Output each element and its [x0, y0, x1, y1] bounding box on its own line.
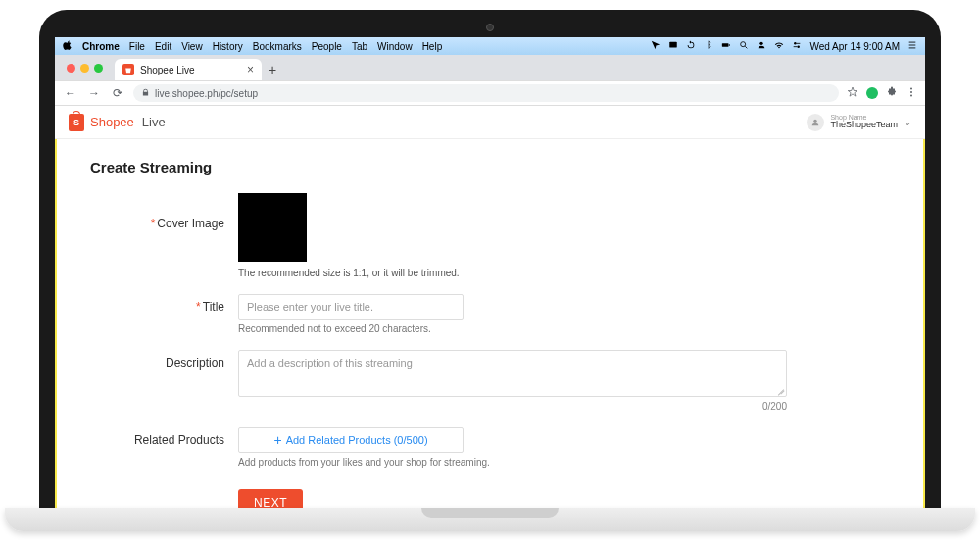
svg-rect-2 — [729, 44, 730, 46]
title-placeholder: Please enter your live title. — [247, 301, 373, 313]
apple-logo-icon[interactable] — [63, 40, 73, 52]
related-hint: Add products from your likes and your sh… — [238, 457, 787, 468]
address-bar[interactable]: live.shopee.ph/pc/setup — [133, 84, 839, 102]
svg-point-8 — [910, 91, 912, 93]
new-tab-button[interactable]: + — [262, 59, 283, 80]
laptop-camera — [486, 24, 494, 31]
menubar-app-name[interactable]: Chrome — [82, 41, 120, 52]
tab-title: Shopee Live — [140, 65, 195, 75]
menubar-item-file[interactable]: File — [129, 41, 145, 52]
screen-icon[interactable] — [668, 40, 678, 52]
title-input[interactable]: Please enter your live title. — [238, 294, 464, 320]
desc-counter: 0/200 — [238, 401, 787, 412]
menubar-clock[interactable]: Wed Apr 14 9:00 AM — [809, 41, 900, 52]
menubar-item-bookmarks[interactable]: Bookmarks — [253, 41, 302, 52]
resize-handle-icon[interactable] — [777, 387, 785, 395]
brand-name: Shopee — [90, 115, 134, 129]
next-button[interactable]: NEXT — [238, 489, 303, 508]
svg-point-10 — [814, 119, 817, 122]
notification-center-icon[interactable] — [907, 40, 917, 52]
chevron-down-icon: ⌄ — [904, 117, 911, 127]
related-label: Related Products — [134, 433, 224, 447]
menubar-item-people[interactable]: People — [312, 41, 342, 52]
desc-placeholder: Add a description of this streaming — [247, 357, 413, 369]
window-minimize-button[interactable] — [80, 64, 89, 73]
svg-point-4 — [760, 42, 763, 45]
shopee-brand[interactable]: Shopee Live — [69, 114, 166, 131]
user-icon[interactable] — [757, 40, 766, 52]
svg-point-5 — [795, 42, 798, 45]
tab-close-icon[interactable]: × — [247, 63, 254, 76]
bookmark-icon[interactable] — [847, 84, 858, 102]
macos-menubar: Chrome File Edit View History Bookmarks … — [55, 37, 925, 55]
url-text: live.shopee.ph/pc/setup — [155, 88, 258, 99]
favicon-icon — [122, 64, 134, 75]
menubar-item-help[interactable]: Help — [422, 41, 443, 52]
svg-point-7 — [910, 88, 912, 90]
wifi-icon[interactable] — [774, 40, 784, 52]
laptop-base — [5, 508, 975, 531]
add-related-label: Add Related Products (0/500) — [286, 434, 428, 446]
title-hint: Recommended not to exceed 20 characters. — [238, 323, 787, 334]
cover-label: Cover Image — [157, 217, 224, 230]
title-label: Title — [203, 300, 224, 314]
window-zoom-button[interactable] — [94, 64, 103, 73]
desc-label: Description — [166, 356, 224, 370]
user-name: TheShopeeTeam — [830, 121, 898, 130]
avatar-icon — [807, 114, 824, 131]
plus-icon: + — [273, 433, 281, 447]
window-close-button[interactable] — [67, 64, 75, 73]
description-textarea[interactable]: Add a description of this streaming — [238, 350, 787, 397]
back-button[interactable]: ← — [63, 86, 78, 100]
bluetooth-icon[interactable] — [704, 40, 713, 52]
menubar-item-window[interactable]: Window — [377, 41, 413, 52]
user-menu[interactable]: Shop Name TheShopeeTeam ⌄ — [807, 114, 911, 131]
brand-sub: Live — [142, 115, 166, 129]
chrome-menu-icon[interactable] — [906, 84, 917, 102]
menubar-item-view[interactable]: View — [181, 41, 203, 52]
sync-icon[interactable] — [686, 40, 696, 52]
menubar-item-tab[interactable]: Tab — [352, 41, 368, 52]
shopee-logo-icon — [69, 114, 84, 131]
cover-image-upload[interactable] — [238, 193, 307, 262]
svg-point-6 — [798, 45, 801, 48]
extensions-menu-icon[interactable] — [886, 84, 898, 102]
page-title: Create Streaming — [90, 159, 884, 175]
svg-point-3 — [741, 42, 746, 47]
svg-rect-1 — [722, 43, 729, 46]
add-related-products-button[interactable]: + Add Related Products (0/500) — [238, 427, 464, 453]
control-center-icon[interactable] — [792, 40, 802, 52]
menubar-item-edit[interactable]: Edit — [155, 41, 172, 52]
svg-point-9 — [910, 95, 912, 97]
required-asterisk: * — [196, 300, 201, 314]
forward-button[interactable]: → — [86, 86, 102, 100]
location-icon[interactable] — [651, 40, 661, 52]
cover-hint: The recommended size is 1:1, or it will … — [238, 268, 787, 278]
reload-button[interactable]: ⟳ — [110, 86, 125, 100]
svg-rect-0 — [670, 42, 678, 48]
menubar-item-history[interactable]: History — [213, 41, 243, 52]
battery-icon[interactable] — [721, 40, 731, 52]
extension-icon[interactable] — [866, 87, 878, 99]
lock-icon — [141, 88, 150, 99]
search-icon[interactable] — [739, 40, 749, 52]
required-asterisk: * — [151, 217, 156, 230]
browser-tab[interactable]: Shopee Live × — [115, 59, 262, 80]
